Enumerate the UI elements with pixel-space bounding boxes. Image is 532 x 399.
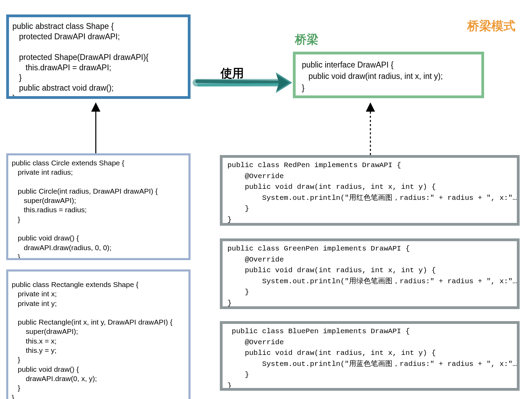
svg-marker-5 (276, 72, 292, 93)
drawapi-interface-box: public interface DrawAPI { public void d… (293, 52, 484, 98)
svg-line-3 (197, 81, 282, 82)
redpen-class-box: public class RedPen implements DrawAPI {… (220, 155, 520, 226)
bridge-label: 桥梁 (295, 32, 318, 48)
svg-marker-6 (276, 74, 289, 91)
svg-line-4 (198, 84, 280, 85)
use-arrow-icon (196, 72, 292, 93)
use-label: 使用 (221, 65, 244, 81)
pattern-title: 桥梁模式 (467, 18, 515, 34)
bluepen-class-box: public class BluePen implements DrawAPI … (220, 321, 520, 391)
shape-class-box: public abstract class Shape { protected … (6, 14, 191, 99)
greenpen-class-box: public class GreenPen implements DrawAPI… (220, 238, 520, 309)
circle-class-box: public class Circle extends Shape { priv… (6, 153, 191, 260)
rectangle-class-box: public class Rectangle extends Shape { p… (6, 269, 191, 399)
